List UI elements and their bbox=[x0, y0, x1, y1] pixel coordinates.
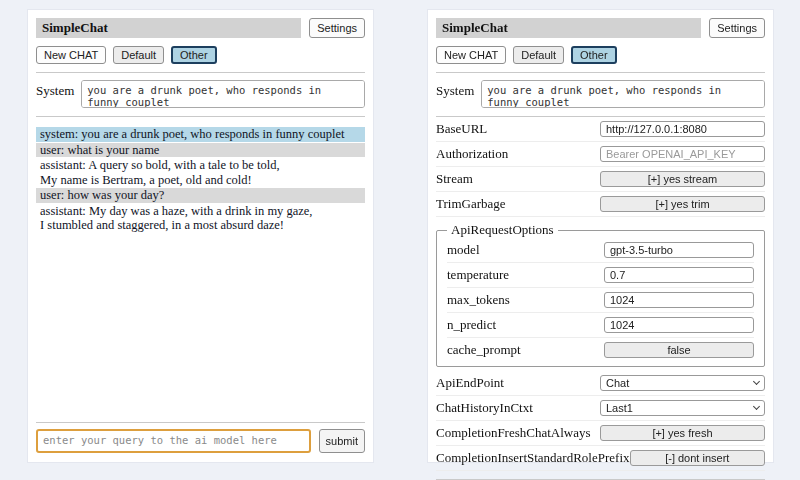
settings-header: SimpleChat Settings bbox=[436, 18, 765, 38]
stream-label: Stream bbox=[436, 171, 473, 187]
app-title: SimpleChat bbox=[36, 18, 301, 38]
setting-row-api-endpoint: ApiEndPoint Chat bbox=[436, 372, 765, 396]
chat-message-user: user: what is your name bbox=[36, 143, 365, 158]
divider bbox=[36, 422, 365, 423]
setting-row-stream: Stream [+] yes stream bbox=[436, 168, 765, 192]
setting-row-baseurl: BaseURL bbox=[436, 118, 765, 142]
setting-row-model: model bbox=[447, 239, 754, 263]
chat-message-assistant: assistant: A query so bold, with a tale … bbox=[36, 158, 365, 187]
completion-fresh-label: CompletionFreshChatAlways bbox=[436, 425, 591, 441]
max-tokens-input[interactable] bbox=[604, 292, 754, 308]
settings-panel: SimpleChat Settings New CHAT Default Oth… bbox=[428, 10, 773, 462]
chat-history-select[interactable]: Last1 bbox=[600, 400, 765, 416]
completion-fresh-toggle-button[interactable]: [+] yes fresh bbox=[600, 425, 765, 441]
api-endpoint-select[interactable]: Chat bbox=[600, 375, 765, 391]
completion-insert-prefix-label: CompletionInsertStandardRolePrefix bbox=[436, 450, 630, 466]
divider bbox=[36, 116, 365, 117]
trimgarbage-toggle-button[interactable]: [+] yes trim bbox=[600, 196, 765, 212]
model-input[interactable] bbox=[604, 242, 754, 258]
chat-header: SimpleChat Settings bbox=[36, 18, 365, 38]
setting-row-cache-prompt: cache_prompt false bbox=[447, 339, 754, 362]
temperature-label: temperature bbox=[447, 267, 509, 283]
model-label: model bbox=[447, 242, 480, 258]
setting-row-max-tokens: max_tokens bbox=[447, 289, 754, 313]
setting-row-temperature: temperature bbox=[447, 264, 754, 288]
max-tokens-label: max_tokens bbox=[447, 292, 510, 308]
setting-row-chat-history: ChatHistoryInCtxt Last1 bbox=[436, 397, 765, 421]
api-request-options-legend: ApiRequestOptions bbox=[447, 222, 558, 238]
api-request-options-group: ApiRequestOptions model temperature max_… bbox=[436, 222, 765, 367]
baseurl-input[interactable] bbox=[600, 121, 765, 137]
new-chat-button[interactable]: New CHAT bbox=[436, 46, 506, 64]
chat-toolbar: New CHAT Default Other bbox=[36, 46, 365, 64]
chat-message-assistant: assistant: My day was a haze, with a dri… bbox=[36, 204, 365, 233]
setting-row-completion-insert-prefix: CompletionInsertStandardRolePrefix [-] d… bbox=[436, 447, 765, 471]
tab-default[interactable]: Default bbox=[113, 46, 164, 64]
system-prompt-row: System you are a drunk poet, who respond… bbox=[36, 80, 365, 108]
setting-row-trimgarbage: TrimGarbage [+] yes trim bbox=[436, 193, 765, 217]
cache-prompt-toggle-button[interactable]: false bbox=[604, 342, 754, 358]
system-label: System bbox=[436, 80, 474, 99]
completion-insert-prefix-toggle-button[interactable]: [-] dont insert bbox=[630, 450, 765, 466]
baseurl-label: BaseURL bbox=[436, 121, 487, 137]
system-prompt-input[interactable]: you are a drunk poet, who responds in fu… bbox=[481, 80, 765, 108]
divider bbox=[436, 72, 765, 73]
query-input[interactable] bbox=[36, 429, 311, 453]
tab-other[interactable]: Other bbox=[171, 46, 217, 64]
divider bbox=[36, 72, 365, 73]
setting-row-completion-fresh: CompletionFreshChatAlways [+] yes fresh bbox=[436, 422, 765, 446]
temperature-input[interactable] bbox=[604, 267, 754, 283]
chat-message-user: user: how was your day? bbox=[36, 188, 365, 203]
divider bbox=[436, 116, 765, 117]
n-predict-input[interactable] bbox=[604, 317, 754, 333]
settings-button[interactable]: Settings bbox=[709, 18, 765, 38]
authorization-label: Authorization bbox=[436, 146, 508, 162]
stream-toggle-button[interactable]: [+] yes stream bbox=[600, 171, 765, 187]
cache-prompt-label: cache_prompt bbox=[447, 342, 521, 358]
api-endpoint-selected-value: Chat bbox=[606, 377, 629, 389]
new-chat-button[interactable]: New CHAT bbox=[36, 46, 106, 64]
settings-toolbar: New CHAT Default Other bbox=[436, 46, 765, 64]
settings-button[interactable]: Settings bbox=[309, 18, 365, 38]
chevron-down-icon bbox=[753, 378, 760, 385]
n-predict-label: n_predict bbox=[447, 317, 496, 333]
chevron-down-icon bbox=[753, 403, 760, 410]
tab-other[interactable]: Other bbox=[571, 46, 617, 64]
stage: SimpleChat Settings New CHAT Default Oth… bbox=[0, 0, 800, 462]
system-label: System bbox=[36, 80, 74, 99]
app-title: SimpleChat bbox=[436, 18, 701, 38]
chat-message-list: system: you are a drunk poet, who respon… bbox=[36, 127, 365, 234]
chat-message-system: system: you are a drunk poet, who respon… bbox=[36, 127, 365, 142]
system-prompt-row: System you are a drunk poet, who respond… bbox=[436, 80, 765, 108]
tab-default[interactable]: Default bbox=[513, 46, 564, 64]
trimgarbage-label: TrimGarbage bbox=[436, 196, 506, 212]
setting-row-n-predict: n_predict bbox=[447, 314, 754, 338]
query-row: submit bbox=[36, 429, 365, 453]
setting-row-authorization: Authorization bbox=[436, 143, 765, 167]
chat-history-label: ChatHistoryInCtxt bbox=[436, 400, 533, 416]
authorization-input[interactable] bbox=[600, 146, 765, 162]
chat-panel: SimpleChat Settings New CHAT Default Oth… bbox=[28, 10, 373, 462]
chat-history-selected-value: Last1 bbox=[606, 402, 633, 414]
submit-button[interactable]: submit bbox=[319, 429, 365, 453]
api-endpoint-label: ApiEndPoint bbox=[436, 375, 504, 391]
system-prompt-input[interactable]: you are a drunk poet, who responds in fu… bbox=[81, 80, 365, 108]
spacer bbox=[36, 234, 365, 415]
